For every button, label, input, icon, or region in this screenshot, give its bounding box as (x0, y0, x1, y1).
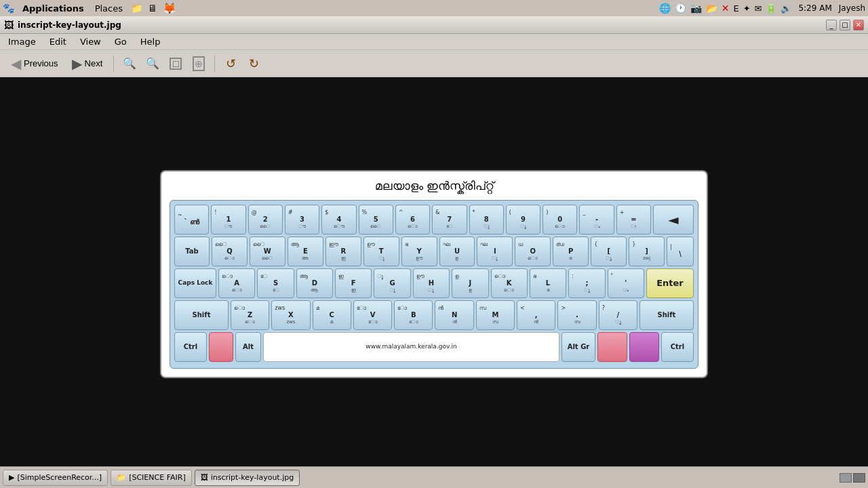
key-minus[interactable]: _-ം (579, 205, 614, 235)
key-0[interactable]: )0ൊ (542, 205, 577, 235)
menu-go[interactable]: Go (111, 35, 131, 48)
menu-image[interactable]: Image (4, 35, 40, 48)
network2-icon: Ε (733, 3, 738, 14)
zoom-normal-button[interactable]: ⊕ (189, 54, 209, 74)
key-period[interactable]: >.സ (557, 300, 596, 330)
key-semicolon[interactable]: :;ൃ (568, 268, 605, 298)
key-capslock[interactable]: Caps Lock (174, 268, 216, 298)
keyboard-title: മലയാളം ഇൻസ്ക്രിപ്റ്റ് (170, 180, 698, 193)
key-h[interactable]: ഊHൂ (413, 268, 450, 298)
key-j[interactable]: ഉJഉ (452, 268, 488, 298)
terminal-icon[interactable]: 🖥 (148, 3, 157, 14)
key-9[interactable]: (9ൃ (506, 205, 540, 235)
key-q[interactable]: ൈQൊ (212, 237, 248, 266)
key-super-right[interactable] (629, 332, 659, 362)
rotate-cw-button[interactable]: ↻ (243, 54, 264, 74)
taskbar-shade-btn[interactable] (853, 473, 865, 483)
key-v[interactable]: ോVോ (353, 300, 392, 330)
key-c[interactable]: മCമ (313, 300, 351, 330)
network-icon: 🌐 (659, 3, 671, 14)
taskbar-item-science-fair[interactable]: 📁 [SCIENCE FAIR] (111, 470, 192, 486)
key-menu[interactable] (597, 332, 627, 362)
toolbar-separator-1 (113, 56, 114, 72)
title-bar: 🖼 inscript-key-layout.jpg _ □ ✕ (0, 16, 868, 34)
recorder-label: [SimpleScreenRecor...] (17, 473, 102, 482)
key-backslash[interactable]: |\ (667, 237, 694, 266)
minimize-button[interactable]: _ (826, 20, 837, 30)
key-g[interactable]: ൂGൂ (374, 268, 410, 298)
menu-edit[interactable]: Edit (45, 35, 71, 48)
key-tilde[interactable]: ~` ൺ (174, 205, 209, 235)
key-alt-left[interactable]: Alt (235, 332, 261, 362)
key-equals[interactable]: +=ഃ (616, 205, 651, 235)
zoom-in-button[interactable]: 🔍 (119, 54, 140, 74)
key-ctrl-left[interactable]: Ctrl (174, 332, 207, 362)
key-u[interactable]: ഘUഉ (439, 237, 475, 266)
clock-icon: 🕐 (675, 3, 686, 14)
key-b[interactable]: ോBോ (394, 300, 433, 330)
key-m[interactable]: സMസ (476, 300, 515, 330)
firefox-icon[interactable]: 🦊 (163, 2, 176, 15)
key-shift-right[interactable]: Shift (639, 300, 694, 330)
key-w[interactable]: ൈWൈ (250, 237, 285, 266)
key-r[interactable]: ഈRഇ (326, 237, 361, 266)
key-bracket-open[interactable]: {[ൃ (591, 237, 627, 266)
key-slash[interactable]: ?/ൃ (599, 300, 637, 330)
keyboard-image: മലയാളം ഇൻസ്ക്രിപ്റ്റ് ~` ൺ !1ൗ @2ൈ #3ൗ $… (160, 170, 708, 378)
key-l[interactable]: ഭLഭ (530, 268, 566, 298)
key-z[interactable]: ൊZൊ (231, 300, 269, 330)
key-quote[interactable]: "'ം (608, 268, 644, 298)
key-2[interactable]: @2ൈ (248, 205, 283, 235)
taskbar-minimize-btn[interactable] (840, 473, 852, 483)
key-5[interactable]: %5ൈ (359, 205, 393, 235)
user-name: Jayesh (839, 3, 865, 13)
key-ctrl-right[interactable]: Ctrl (661, 332, 694, 362)
key-6[interactable]: ^6ൊ (395, 205, 430, 235)
key-e[interactable]: ആEഅ (288, 237, 323, 266)
key-alt-gr[interactable]: Alt Gr (561, 332, 595, 362)
key-a[interactable]: ൊAൊ (218, 268, 255, 298)
key-space[interactable]: www.malayalam.kerala.gov.in (263, 332, 559, 362)
key-k[interactable]: ൊKൊ (491, 268, 528, 298)
next-arrow-icon: ▶ (72, 56, 82, 72)
key-tab[interactable]: Tab (174, 237, 210, 266)
menu-help[interactable]: Help (136, 35, 165, 48)
maximize-button[interactable]: □ (840, 20, 850, 30)
key-enter[interactable]: Enter (646, 268, 694, 298)
key-bracket-close[interactable]: }]zwj (629, 237, 665, 266)
key-f[interactable]: ഇFഇ (335, 268, 372, 298)
key-n[interactable]: ൻNൻ (435, 300, 473, 330)
key-x[interactable]: zwsXzws (271, 300, 310, 330)
zoom-out-button[interactable]: 🔍 (142, 54, 163, 74)
rotate-ccw-button[interactable]: ↺ (220, 54, 241, 74)
key-o[interactable]: ധOൊ (515, 237, 551, 266)
menu-view[interactable]: View (76, 35, 105, 48)
key-4[interactable]: $4ൌ (321, 205, 356, 235)
key-7[interactable]: &7േ (432, 205, 467, 235)
key-y[interactable]: ഭYഊ (401, 237, 437, 266)
volume-icon: 🔊 (781, 3, 791, 14)
key-backspace[interactable]: ◄ (653, 205, 694, 235)
zoom-fit-button[interactable]: □ (165, 54, 186, 74)
key-i[interactable]: ഘIൂ (477, 237, 513, 266)
taskbar-item-recorder[interactable]: ▶ [SimpleScreenRecor...] (3, 470, 108, 486)
previous-button[interactable]: ◀ Previous (5, 53, 64, 75)
places-menu[interactable]: Places (92, 3, 125, 14)
number-row: ~` ൺ !1ൗ @2ൈ #3ൗ $4ൌ %5ൈ ^6ൊ &7േ *8ൂ (9ൃ… (174, 205, 694, 235)
key-d[interactable]: ആDആ (296, 268, 333, 298)
applications-menu[interactable]: Applications (20, 3, 87, 14)
close-button[interactable]: ✕ (853, 20, 864, 30)
key-8[interactable]: *8ൂ (469, 205, 504, 235)
key-s[interactable]: േSേ (257, 268, 294, 298)
key-shift-left[interactable]: Shift (174, 300, 229, 330)
next-button[interactable]: ▶ Next (66, 53, 108, 75)
key-3[interactable]: #3ൗ (285, 205, 319, 235)
key-1[interactable]: !1ൗ (211, 205, 245, 235)
key-p[interactable]: ഝPഭ (553, 237, 589, 266)
asdf-row: Caps Lock ൊAൊ േSേ ആDആ ഇFഇ ൂGൂ ഊHൂ ഉJഉ ൊK… (174, 268, 694, 298)
key-super-left[interactable] (209, 332, 233, 362)
key-t[interactable]: ഊTൂ (363, 237, 399, 266)
file-manager-icon[interactable]: 📁 (131, 3, 142, 14)
key-comma[interactable]: <,ൻ (517, 300, 555, 330)
taskbar-item-image[interactable]: 🖼 inscript-key-layout.jpg (195, 470, 300, 486)
